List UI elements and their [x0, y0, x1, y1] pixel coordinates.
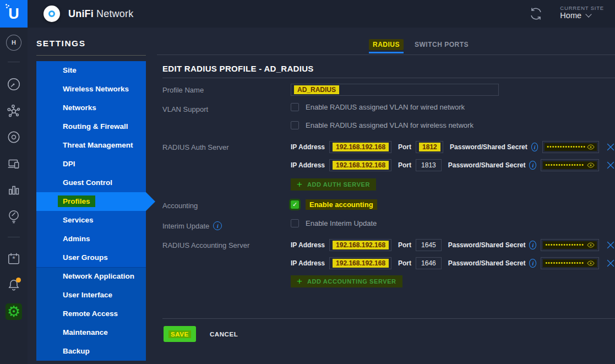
profile-name-input[interactable]: AD_RADIUS: [291, 84, 499, 96]
vlan-wired-checkbox[interactable]: [291, 103, 299, 111]
auth-secret-input-2[interactable]: •••••••••••••••: [541, 159, 599, 171]
settings-gear-icon[interactable]: ⚙: [6, 304, 21, 319]
heading-divider: [162, 78, 615, 78]
profile-name-label: Profile Name: [162, 86, 204, 94]
accounting-label: Accounting: [162, 202, 198, 210]
current-site-switcher[interactable]: CURRENT SITE Home: [560, 5, 604, 20]
app-header: U UniFiNetwork CURRENT SITE Home: [0, 0, 615, 28]
devices-icon[interactable]: [6, 129, 21, 145]
sidebar-item-user-interface[interactable]: User Interface: [36, 286, 146, 305]
events-calendar-icon[interactable]: *: [6, 251, 21, 267]
remove-acct-server-icon-1[interactable]: [606, 241, 615, 249]
clients-icon[interactable]: [6, 156, 21, 171]
sidebar-item-wireless-networks[interactable]: Wireless Networks: [36, 80, 146, 99]
interim-update-info-icon[interactable]: i: [213, 221, 222, 230]
shared-secret-label: Password/Shared Secret: [448, 241, 526, 249]
sidebar-item-guest-control[interactable]: Guest Control: [36, 173, 146, 192]
tabs-divider: [157, 55, 615, 55]
secret-info-icon[interactable]: i: [531, 143, 538, 151]
cancel-button[interactable]: CANCEL: [210, 331, 238, 338]
actions-divider: [162, 318, 615, 319]
ubiquiti-logo[interactable]: U: [0, 0, 28, 28]
enable-interim-update-checkbox[interactable]: [291, 219, 299, 227]
show-password-eye-icon[interactable]: [587, 144, 595, 150]
show-password-eye-icon[interactable]: [587, 162, 595, 168]
auth-secret-input-1[interactable]: •••••••••••••••: [542, 141, 599, 153]
add-auth-server-button[interactable]: + ADD AUTH SERVER: [291, 178, 376, 191]
ip-address-label: IP Address: [291, 241, 325, 249]
sidebar-item-site[interactable]: Site: [36, 61, 146, 80]
sidebar-item-services[interactable]: Services: [36, 211, 146, 230]
plus-icon: +: [297, 278, 302, 285]
remove-auth-server-icon-1[interactable]: [606, 143, 615, 151]
enable-interim-update-label: Enable Interim Update: [306, 219, 377, 227]
shared-secret-label: Password/Shared Secret: [448, 259, 526, 267]
rail-divider: [8, 62, 20, 62]
profile-tabs: RADIUS SWITCH PORTS: [369, 41, 469, 48]
sidebar-item-remote-access[interactable]: Remote Access: [36, 305, 146, 323]
remove-auth-server-icon-2[interactable]: [606, 161, 615, 170]
site-badge[interactable]: H: [6, 35, 21, 50]
acct-secret-input-2[interactable]: •••••••••••••••: [541, 257, 599, 269]
acct-secret-input-1[interactable]: •••••••••••••••: [541, 239, 599, 251]
ip-address-label: IP Address: [291, 143, 325, 151]
add-accounting-server-button[interactable]: + ADD ACCOUNTING SERVER: [291, 275, 402, 287]
sidebar-item-user-groups[interactable]: User Groups: [36, 248, 146, 267]
dashboard-icon[interactable]: [6, 77, 21, 92]
icon-rail: H *: [0, 28, 28, 364]
sidebar-item-profiles[interactable]: Profiles: [36, 192, 146, 211]
profile-name-value: AD_RADIUS: [294, 85, 339, 94]
sidebar-item-threat-management[interactable]: Threat Management: [36, 136, 146, 155]
remove-acct-server-icon-2[interactable]: [606, 259, 615, 268]
sidebar-item-admins[interactable]: Admins: [36, 230, 146, 248]
acct-ip-input-2[interactable]: 192.168.192.168: [329, 257, 391, 269]
refresh-icon[interactable]: [529, 7, 543, 20]
sidebar-item-routing-firewall[interactable]: Routing & Firewall: [36, 117, 146, 136]
shared-secret-label: Password/Shared Secret: [448, 161, 526, 169]
vlan-support-label: VLAN Support: [162, 105, 208, 113]
sidebar-item-backup[interactable]: Backup: [36, 342, 146, 361]
port-label: Port: [398, 259, 411, 267]
insights-icon[interactable]: [6, 209, 21, 224]
interim-update-label: Interim Update: [162, 222, 209, 230]
sidebar-item-networks[interactable]: Networks: [36, 99, 146, 117]
auth-ip-input-2[interactable]: 192.168.192.168: [329, 159, 391, 171]
app-title-network: Network: [96, 8, 133, 19]
sidebar-item-network-application[interactable]: Network Application: [36, 267, 146, 286]
vlan-wireless-label: Enable RADIUS assigned VLAN for wireless…: [306, 121, 474, 129]
vlan-wireless-checkbox[interactable]: [291, 121, 299, 129]
save-button[interactable]: SAVE: [164, 326, 196, 342]
page-title: EDIT RADIUS PROFILE - AD_RADIUS: [162, 64, 314, 73]
topology-icon[interactable]: [6, 103, 21, 118]
chevron-down-icon: [585, 11, 591, 17]
alerts-bell-icon[interactable]: [6, 278, 21, 293]
secret-info-icon[interactable]: i: [529, 161, 536, 170]
acct-port-input-2[interactable]: 1646: [416, 257, 442, 269]
enable-accounting-checkbox[interactable]: ✓: [291, 200, 299, 209]
acct-ip-input-1[interactable]: 192.168.192.168: [329, 239, 391, 251]
interim-update-label-wrap: Interim Update i: [162, 221, 222, 230]
statistics-icon[interactable]: [6, 182, 21, 198]
acct-port-input-1[interactable]: 1645: [416, 239, 442, 251]
sidebar-item-maintenance[interactable]: Maintenance: [36, 323, 146, 342]
secret-info-icon[interactable]: i: [529, 241, 536, 249]
sidebar-item-dpi[interactable]: DPI: [36, 155, 146, 173]
port-label: Port: [398, 241, 411, 249]
ip-address-label: IP Address: [291, 161, 325, 169]
radius-accounting-server-label: RADIUS Accounting Server: [162, 241, 249, 249]
auth-ip-input-1[interactable]: 192.168.192.168: [329, 141, 391, 153]
settings-panel: SETTINGS Site Wireless Networks Networks…: [28, 28, 615, 364]
ubiquiti-u-icon: U: [8, 6, 19, 23]
show-password-eye-icon[interactable]: [587, 242, 595, 248]
secret-info-icon[interactable]: i: [529, 259, 536, 268]
settings-title: SETTINGS: [36, 39, 86, 48]
tab-switch-ports[interactable]: SWITCH PORTS: [415, 41, 469, 48]
alert-badge: [16, 278, 21, 282]
current-site-label: CURRENT SITE: [560, 5, 604, 11]
auth-port-input-2[interactable]: 1813: [416, 159, 442, 171]
tab-radius[interactable]: RADIUS: [369, 41, 404, 48]
auth-port-input-1[interactable]: 1812: [416, 141, 443, 153]
settings-menu: Site Wireless Networks Networks Routing …: [36, 61, 146, 361]
show-password-eye-icon[interactable]: [587, 260, 595, 266]
app-title-unifi: UniFi: [68, 8, 94, 19]
